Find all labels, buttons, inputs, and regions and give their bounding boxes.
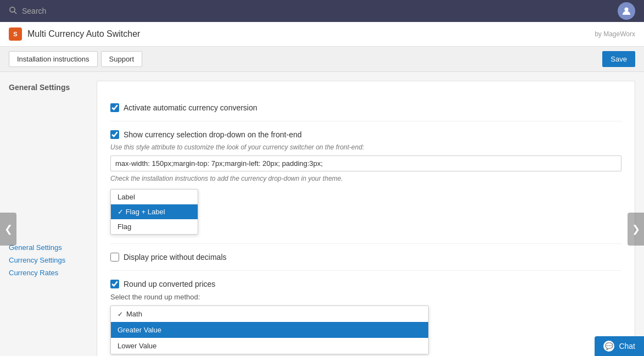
sidebar-item-currency-rates[interactable]: Currency Rates (9, 269, 79, 277)
avatar (618, 2, 635, 20)
display-type-option-flag[interactable]: Flag (111, 219, 198, 234)
roundup-option-greater[interactable]: Greater Value (111, 322, 428, 338)
style-attribute-input[interactable] (110, 155, 621, 171)
roundup-option-lower[interactable]: Lower Value (111, 338, 428, 354)
display-price-row: Display price without decimals (110, 244, 621, 271)
display-type-option-label[interactable]: Label (111, 190, 198, 204)
display-type-menu: Label ✓ Flag + Label Flag (110, 189, 198, 235)
sidebar-section-title: General Settings (9, 83, 79, 92)
action-bar: Installation instructions Support Save (0, 47, 644, 72)
app-header: S Multi Currency Auto Switcher by MageWo… (0, 22, 644, 47)
roundup-method-dropdown[interactable]: ✓ Math Greater Value Lower Value (110, 305, 429, 354)
svg-line-1 (14, 12, 16, 14)
roundup-option-math[interactable]: ✓ Math (111, 306, 428, 322)
by-mageworx-label: by MageWorx (595, 30, 635, 38)
show-dropdown-row: Show currency selection drop-down on the… (110, 121, 621, 244)
roundup-checkbox[interactable] (110, 280, 119, 288)
app-icon: S (9, 27, 22, 41)
activate-currency-checkbox[interactable] (110, 103, 119, 112)
search-icon (9, 6, 18, 16)
svg-point-0 (10, 7, 15, 12)
display-price-label: Display price without decimals (124, 253, 227, 262)
math-checkmark: ✓ (117, 310, 123, 318)
style-hint-text: Use this style attribute to customize th… (110, 143, 621, 151)
support-button[interactable]: Support (101, 51, 143, 67)
check-install-hint: Check the installation instructions to a… (110, 175, 621, 182)
roundup-method-hint: Select the round up method: (110, 293, 621, 301)
nav-arrow-left[interactable]: ❮ (0, 213, 16, 246)
search-input[interactable] (22, 7, 618, 15)
main-content-panel: Activate automatic currency conversion S… (97, 81, 635, 356)
save-button[interactable]: Save (602, 51, 635, 67)
checkmark-icon: ✓ (117, 208, 126, 216)
chat-bubble-icon (603, 341, 614, 352)
roundup-method-section: Select the round up method: ✓ Math Great… (110, 293, 621, 354)
activate-currency-label: Activate automatic currency conversion (124, 103, 257, 112)
show-dropdown-label: Show currency selection drop-down on the… (124, 130, 302, 139)
roundup-row: Round up converted prices Select the rou… (110, 271, 621, 356)
chat-button[interactable]: Chat (595, 336, 644, 356)
installation-instructions-button[interactable]: Installation instructions (9, 51, 98, 67)
top-search-bar (0, 0, 644, 22)
sidebar-links: General Settings Currency Settings Curre… (9, 243, 79, 277)
display-type-option-flag-label[interactable]: ✓ Flag + Label (111, 204, 198, 219)
display-type-dropdown[interactable]: Label ✓ Flag + Label Flag (110, 189, 198, 235)
svg-point-2 (625, 8, 629, 12)
chat-label: Chat (619, 342, 635, 351)
show-dropdown-checkbox[interactable] (110, 130, 119, 139)
sidebar-item-currency-settings[interactable]: Currency Settings (9, 256, 79, 264)
app-title: Multi Currency Auto Switcher (27, 29, 595, 39)
main-layout: ❮ General Settings General Settings Curr… (0, 72, 644, 356)
activate-currency-row: Activate automatic currency conversion (110, 94, 621, 121)
sidebar-item-general-settings[interactable]: General Settings (9, 243, 79, 252)
display-price-checkbox[interactable] (110, 253, 119, 262)
nav-arrow-right[interactable]: ❯ (628, 213, 644, 246)
roundup-label: Round up converted prices (124, 280, 215, 288)
